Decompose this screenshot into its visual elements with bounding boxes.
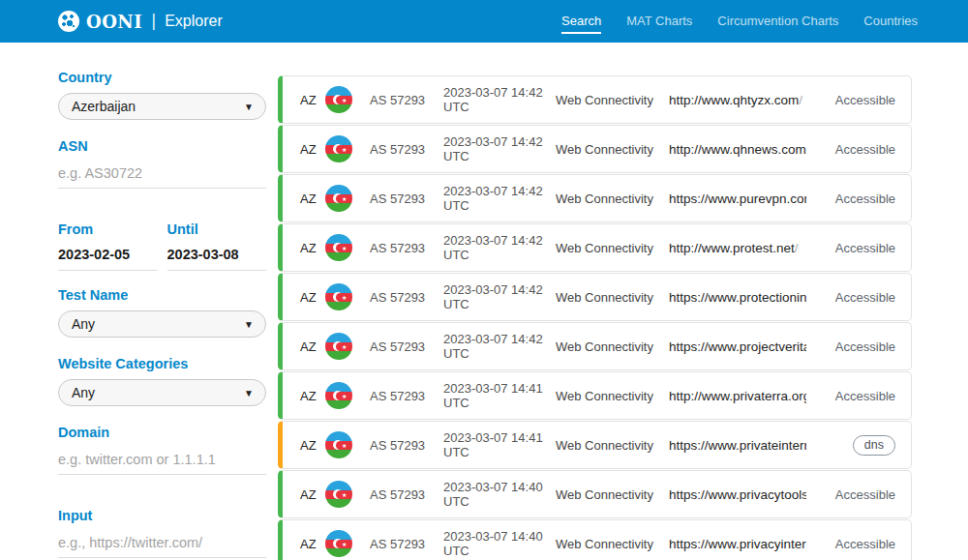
country-code: AZ xyxy=(300,537,325,551)
url-suffix: / xyxy=(795,241,799,255)
status: Accessible xyxy=(835,290,895,305)
result-row[interactable]: AZ ★ AS 57293 2023-03-07 14:40 UTC Web C… xyxy=(278,470,912,518)
flag-cell: ★ xyxy=(325,135,370,162)
measurement-url: http://www.qhnews.com/ xyxy=(669,142,806,157)
chevron-down-icon: ▼ xyxy=(244,319,254,330)
test-time: 2023-03-07 14:41 UTC xyxy=(443,430,556,459)
nav-item-countries[interactable]: Countries xyxy=(863,9,918,34)
asn-field: ASN xyxy=(58,138,266,204)
url-text: http://www.protest.net xyxy=(669,241,795,255)
status-cell: Accessible xyxy=(806,487,895,502)
measurement-url: http://www.privaterra.org/ xyxy=(669,389,806,403)
result-row[interactable]: AZ ★ AS 57293 2023-03-07 14:42 UTC Web C… xyxy=(278,125,912,173)
azerbaijan-flag-icon: ★ xyxy=(325,530,352,557)
domain-field: Domain xyxy=(58,425,266,490)
chevron-down-icon: ▼ xyxy=(244,102,254,112)
result-row[interactable]: AZ ★ AS 57293 2023-03-07 14:42 UTC Web C… xyxy=(278,223,912,272)
test-name: Web Connectivity xyxy=(556,290,669,305)
asn: AS 57293 xyxy=(370,192,443,206)
test-time: 2023-03-07 14:42 UTC xyxy=(443,134,556,163)
status-cell: Accessible xyxy=(806,537,895,551)
status-cell: Accessible xyxy=(806,339,895,354)
result-row[interactable]: AZ ★ AS 57293 2023-03-07 14:42 UTC Web C… xyxy=(278,174,912,222)
ooni-logo-icon xyxy=(58,11,79,32)
flag-cell: ★ xyxy=(325,382,370,409)
asn: AS 57293 xyxy=(370,290,443,305)
status: Accessible xyxy=(835,487,895,502)
azerbaijan-flag-icon: ★ xyxy=(325,481,352,508)
azerbaijan-flag-icon: ★ xyxy=(325,86,352,113)
asn-input[interactable] xyxy=(58,162,266,189)
flag-cell: ★ xyxy=(325,185,370,212)
input-field[interactable] xyxy=(58,531,266,558)
asn-label: ASN xyxy=(58,138,266,154)
test-name: Web Connectivity xyxy=(556,93,669,107)
status: Accessible xyxy=(835,389,895,403)
result-row[interactable]: AZ ★ AS 57293 2023-03-07 14:41 UTC Web C… xyxy=(278,371,912,420)
test-name: Web Connectivity xyxy=(556,537,669,551)
result-row[interactable]: AZ ★ AS 57293 2023-03-07 14:41 UTC Web C… xyxy=(278,421,912,469)
flag-cell: ★ xyxy=(325,530,370,557)
country-code: AZ xyxy=(300,389,325,403)
azerbaijan-flag-icon: ★ xyxy=(325,234,352,261)
url-text: https://www.privateinternetaccess... xyxy=(669,438,806,453)
status: Accessible xyxy=(835,192,895,206)
flag-cell: ★ xyxy=(325,481,370,508)
flag-cell: ★ xyxy=(325,431,370,458)
filter-sidebar: Country Azerbaijan ▼ ASN From Until Test… xyxy=(58,70,266,560)
domain-input[interactable] xyxy=(58,448,266,475)
measurement-url: https://www.privacyinternational..../ xyxy=(669,537,806,551)
nav-item-search[interactable]: Search xyxy=(561,9,601,34)
test-name: Web Connectivity xyxy=(556,241,669,255)
website-categories-select-value: Any xyxy=(72,385,95,400)
date-range: From Until xyxy=(58,221,266,271)
azerbaijan-flag-icon: ★ xyxy=(325,333,352,360)
from-field: From xyxy=(58,221,158,271)
brand-name: OONI xyxy=(86,12,142,32)
brand-separator: | xyxy=(151,10,156,31)
country-code: AZ xyxy=(300,438,325,453)
nav-item-mat-charts[interactable]: MAT Charts xyxy=(626,9,692,34)
url-text: https://www.purevpn.com xyxy=(669,192,806,206)
country-code: AZ xyxy=(300,142,325,157)
asn: AS 57293 xyxy=(370,389,443,403)
country-select[interactable]: Azerbaijan ▼ xyxy=(58,93,266,120)
status-cell: Accessible xyxy=(806,241,895,255)
status-cell: Accessible xyxy=(806,192,895,206)
test-name-select[interactable]: Any ▼ xyxy=(58,310,266,338)
country-code: AZ xyxy=(300,192,325,206)
test-name-label: Test Name xyxy=(58,287,266,303)
test-time: 2023-03-07 14:40 UTC xyxy=(443,480,556,509)
brand[interactable]: OONI | Explorer xyxy=(58,11,223,32)
main-nav: Search MAT Charts Circumvention Charts C… xyxy=(561,9,918,34)
result-row[interactable]: AZ ★ AS 57293 2023-03-07 14:42 UTC Web C… xyxy=(278,322,912,370)
brand-subtitle: Explorer xyxy=(165,13,223,30)
url-text: https://www.projectveritas.com xyxy=(669,339,806,354)
website-categories-select[interactable]: Any ▼ xyxy=(58,379,266,406)
measurement-url: https://www.purevpn.com/ xyxy=(669,192,806,206)
url-text: http://www.qhtyzx.com xyxy=(669,93,799,107)
top-navbar: OONI | Explorer Search MAT Charts Circum… xyxy=(0,0,968,43)
status: Accessible xyxy=(835,142,895,157)
until-label: Until xyxy=(167,221,267,237)
domain-label: Domain xyxy=(58,425,266,440)
result-row[interactable]: AZ ★ AS 57293 2023-03-07 14:42 UTC Web C… xyxy=(278,75,912,124)
status: Accessible xyxy=(835,241,895,255)
input-field-group: Input xyxy=(58,508,266,560)
asn: AS 57293 xyxy=(370,339,443,354)
status: Accessible xyxy=(835,537,895,551)
from-date-input[interactable] xyxy=(58,245,158,271)
test-time: 2023-03-07 14:41 UTC xyxy=(443,381,556,410)
country-code: AZ xyxy=(300,339,325,354)
result-row[interactable]: AZ ★ AS 57293 2023-03-07 14:42 UTC Web C… xyxy=(278,273,912,321)
status-cell: Accessible xyxy=(806,290,895,305)
result-row[interactable]: AZ ★ AS 57293 2023-03-07 14:40 UTC Web C… xyxy=(278,519,912,560)
url-text: http://www.privaterra.org xyxy=(669,389,806,403)
until-date-input[interactable] xyxy=(167,245,267,271)
flag-cell: ★ xyxy=(325,283,370,310)
test-name: Web Connectivity xyxy=(556,438,669,453)
nav-item-circumvention-charts[interactable]: Circumvention Charts xyxy=(717,9,838,34)
measurement-url: http://www.protest.net/ xyxy=(669,241,806,255)
country-code: AZ xyxy=(300,290,325,305)
url-text: https://www.protectioninternation... xyxy=(669,290,806,305)
